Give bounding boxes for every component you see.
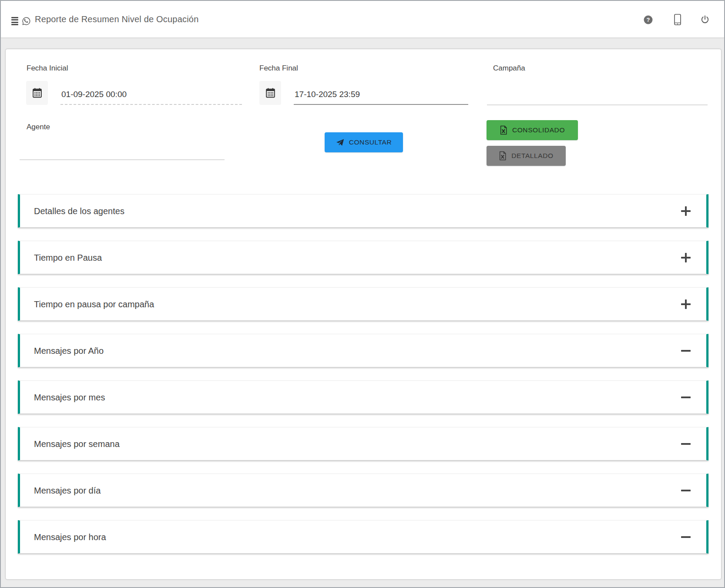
app-header: Reporte de Resumen Nivel de Ocupación ? <box>1 1 724 38</box>
accordion-panel-title: Mensajes por mes <box>34 392 105 402</box>
consultar-button[interactable]: CONSULTAR <box>325 132 403 152</box>
accordion-panel[interactable]: Mensajes por día <box>18 474 708 507</box>
campana-label: Campaña <box>493 63 525 74</box>
paper-plane-icon <box>336 138 344 147</box>
detallado-label: DETALLADO <box>511 152 553 160</box>
collapse-icon[interactable] <box>681 439 691 449</box>
accordion-panel[interactable]: Tiempo en Pausa <box>18 241 708 274</box>
page-title: Reporte de Resumen Nivel de Ocupación <box>35 14 199 24</box>
accordion-panel[interactable]: Mensajes por mes <box>18 380 708 414</box>
calendar-icon <box>265 87 276 98</box>
fecha-final-calendar-button[interactable] <box>259 81 281 105</box>
collapse-icon[interactable] <box>681 346 691 356</box>
report-card: Fecha Inicial Fecha Final Campaña Agente <box>5 49 722 580</box>
mobile-icon[interactable] <box>674 14 681 27</box>
accordion-panel-title: Mensajes por semana <box>34 439 120 449</box>
power-icon[interactable] <box>700 15 710 26</box>
accordion-panel-title: Tiempo en Pausa <box>34 252 102 262</box>
consolidado-label: CONSOLIDADO <box>512 126 565 134</box>
accordion-panel-title: Mensajes por hora <box>34 532 106 542</box>
svg-text:?: ? <box>647 17 650 23</box>
agente-label: Agente <box>27 122 50 132</box>
expand-icon[interactable] <box>681 299 691 309</box>
menu-icon[interactable] <box>11 17 18 25</box>
consolidado-button[interactable]: CONSOLIDADO <box>487 120 578 140</box>
expand-icon[interactable] <box>681 253 691 262</box>
fecha-final-label: Fecha Final <box>259 63 298 74</box>
expand-icon[interactable] <box>681 206 691 216</box>
fecha-inicial-input[interactable] <box>60 87 242 105</box>
accordion-panel-title: Mensajes por día <box>34 485 101 495</box>
fecha-inicial-calendar-button[interactable] <box>26 81 48 105</box>
accordion-panel[interactable]: Mensajes por Año <box>18 334 708 367</box>
accordion-panel[interactable]: Detalles de los agentes <box>18 194 708 228</box>
calendar-icon <box>32 87 43 98</box>
help-icon[interactable]: ? <box>644 15 653 26</box>
consultar-label: CONSULTAR <box>349 138 392 146</box>
campana-input[interactable] <box>487 88 708 105</box>
agente-input[interactable] <box>20 143 225 160</box>
accordion-panel[interactable]: Mensajes por hora <box>18 520 708 554</box>
whatsapp-icon <box>22 17 31 27</box>
app-window: Reporte de Resumen Nivel de Ocupación ? … <box>0 0 725 588</box>
excel-file-icon <box>500 125 507 135</box>
accordion-panel[interactable]: Mensajes por semana <box>18 427 708 460</box>
fecha-final-input[interactable] <box>294 87 468 105</box>
accordion-panel-title: Detalles de los agentes <box>34 206 124 216</box>
fecha-inicial-label: Fecha Inicial <box>27 63 68 74</box>
detallado-button[interactable]: DETALLADO <box>487 146 566 166</box>
accordion-panel[interactable]: Tiempo en pausa por campaña <box>18 287 708 321</box>
collapse-icon[interactable] <box>681 393 691 402</box>
accordion-panel-title: Tiempo en pausa por campaña <box>34 299 154 309</box>
collapse-icon[interactable] <box>681 532 691 542</box>
accordion-panel-title: Mensajes por Año <box>34 346 104 356</box>
collapse-icon[interactable] <box>681 486 691 495</box>
excel-file-icon <box>499 151 507 161</box>
